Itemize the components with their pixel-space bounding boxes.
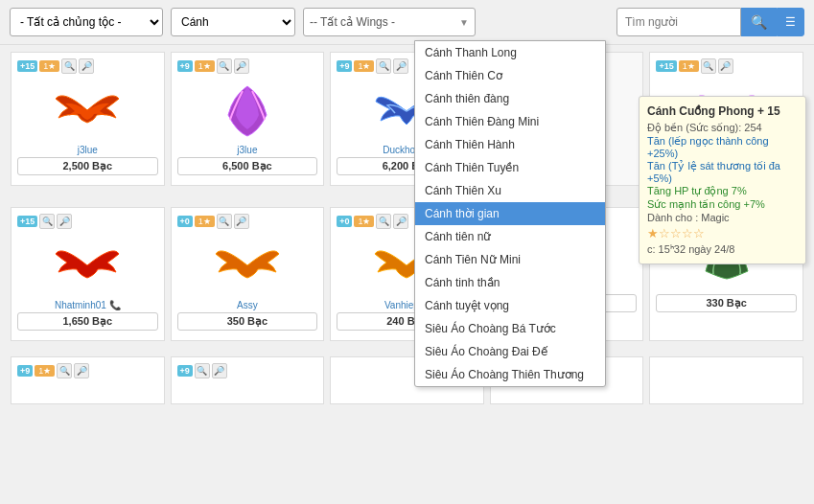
tooltip-stat-5: Dành cho : Magic [647, 212, 798, 223]
item-card-r2-0: +15 🔍 🔎 Nhatminh01 📞 1,650 Bạc [11, 207, 165, 341]
plus-badge-4: +15 [656, 60, 676, 72]
zoom-out-icon-1[interactable]: 🔎 [234, 58, 249, 74]
grid-icon: ☰ [785, 15, 796, 29]
item-image-r2-1 [214, 237, 281, 294]
filter-bar: - Tất cả chủng tộc - Cánh -- Tất cả Wing… [0, 0, 814, 45]
zoom-in-icon-r2-0[interactable]: 🔍 [39, 214, 55, 229]
item-card-r3-0: +9 1★ 🔍 🔎 [11, 356, 165, 404]
zoom-in-icon-2[interactable]: 🔍 [376, 58, 391, 74]
drop-item-1[interactable]: Cánh Thiên Cơ [415, 64, 605, 87]
zoom-in-icon-r3-0[interactable]: 🔍 [57, 363, 72, 378]
item-tooltip: Cánh Cuồng Phong + 15 Độ bền (Sức sống):… [639, 96, 806, 264]
drop-item-8[interactable]: Cánh tiên nữ [415, 225, 605, 248]
wings-dropdown-list: Cánh Thanh Long Cánh Thiên Cơ Cánh thiên… [414, 40, 606, 387]
plus-badge-1: +9 [177, 60, 193, 72]
zoom-out-icon-r3-1[interactable]: 🔎 [212, 363, 227, 378]
items-grid-row3: +9 1★ 🔍 🔎 +9 🔍 🔎 [0, 352, 814, 409]
tooltip-stat-1: Tăn (lếp ngọc thành công +25%) [647, 135, 798, 159]
item-card-r3-4 [649, 356, 803, 404]
card-controls-r2-1: +0 1★ 🔍 🔎 [177, 214, 318, 229]
item-price-1: 6,500 Bạc [177, 157, 318, 175]
drop-item-12[interactable]: Siêu Áo Choàng Bá Tước [415, 317, 605, 340]
star-badge-0: 1★ [39, 60, 59, 72]
tooltip-stat-2: Tăn (Tỷ lệ sát thương tối đa +5%) [647, 160, 798, 184]
item-price-r2-1: 350 Bạc [177, 312, 318, 331]
race-select[interactable]: - Tất cả chủng tộc - [10, 8, 163, 36]
zoom-out-icon-r3-0[interactable]: 🔎 [74, 363, 89, 378]
zoom-out-icon-0[interactable]: 🔎 [79, 58, 94, 74]
card-controls-r3-0: +9 1★ 🔍 🔎 [17, 363, 158, 378]
card-controls-r2-0: +15 🔍 🔎 [17, 214, 158, 229]
drop-item-10[interactable]: Cánh tinh thần [415, 271, 605, 294]
grid-view-button[interactable]: ☰ [777, 8, 804, 36]
drop-item-11[interactable]: Cánh tuyệt vọng [415, 294, 605, 317]
card-controls-1: +9 1★ 🔍 🔎 [177, 58, 318, 74]
drop-item-9[interactable]: Cánh Tiên Nữ Mini [415, 248, 605, 271]
search-icon: 🔍 [751, 14, 767, 30]
star-badge-r2-1: 1★ [195, 216, 215, 227]
plus-badge-r3-0: +9 [17, 365, 33, 377]
zoom-out-icon-r2-0[interactable]: 🔎 [57, 214, 72, 229]
plus-badge-r2-1: +0 [177, 216, 193, 227]
card-controls-0: +15 1★ 🔍 🔎 [17, 58, 158, 74]
zoom-out-icon-r2-1[interactable]: 🔎 [234, 214, 249, 229]
card-controls-r3-1: +9 🔍 🔎 [177, 363, 318, 378]
card-controls-4: +15 1★ 🔍 🔎 [656, 58, 797, 74]
seller-name-r2-1: Assy [237, 300, 258, 310]
star-badge-1: 1★ [195, 60, 215, 72]
item-card-r2-1: +0 1★ 🔍 🔎 Assy 350 Bạc [171, 207, 325, 341]
item-image-1 [214, 81, 281, 139]
drop-item-14[interactable]: Siêu Áo Choàng Thiên Thương [415, 363, 605, 386]
drop-item-2[interactable]: Cánh thiên đàng [415, 87, 605, 110]
tooltip-stars: ★☆☆☆☆ [647, 226, 798, 241]
drop-item-3[interactable]: Cánh Thiên Đàng Mini [415, 110, 605, 133]
drop-item-4[interactable]: Cánh Thiên Hành [415, 133, 605, 156]
star-badge-2: 1★ [354, 60, 374, 72]
type-select[interactable]: Cánh [171, 8, 295, 36]
item-card-1: +9 1★ 🔍 🔎 j3lue 6,500 Bạc [171, 52, 325, 186]
zoom-in-icon-1[interactable]: 🔍 [217, 58, 232, 74]
chevron-down-icon: ▼ [459, 17, 469, 28]
wings-dropdown-label: -- Tất cả Wings - [310, 15, 459, 29]
item-image-r2-0 [54, 237, 121, 294]
item-image-0 [54, 81, 121, 139]
seller-name-1: j3lue [237, 145, 257, 155]
zoom-in-icon-r2-2[interactable]: 🔍 [376, 214, 391, 229]
drop-item-7[interactable]: Cánh thời gian [415, 202, 605, 225]
seller-name-0: j3lue [78, 145, 98, 155]
plus-badge-r3-1: +9 [177, 365, 193, 377]
item-card-r3-1: +9 🔍 🔎 [171, 356, 325, 404]
zoom-in-icon-0[interactable]: 🔍 [61, 58, 77, 74]
zoom-out-icon-4[interactable]: 🔎 [718, 58, 733, 74]
tooltip-stat-0: Độ bền (Sức sống): 254 [647, 122, 798, 134]
item-price-r2-4: 330 Bạc [656, 294, 797, 312]
tooltip-stat-3: Tăng HP tự động 7% [647, 185, 798, 197]
drop-item-5[interactable]: Cánh Thiên Tuyền [415, 156, 605, 179]
search-input[interactable] [616, 8, 741, 36]
plus-badge-2: +9 [337, 60, 352, 72]
zoom-in-icon-r2-1[interactable]: 🔍 [217, 214, 232, 229]
zoom-out-icon-r2-2[interactable]: 🔎 [393, 214, 408, 229]
zoom-in-icon-4[interactable]: 🔍 [701, 58, 716, 74]
tooltip-stat-4: Sức mạnh tấn công +7% [647, 198, 798, 211]
tooltip-time: c: 15ʰ32 ngày 24/8 [647, 243, 798, 256]
item-card-0: +15 1★ 🔍 🔎 j3lue 2,500 Bạc [11, 52, 165, 186]
wings-dropdown[interactable]: -- Tất cả Wings - ▼ [303, 8, 476, 36]
plus-badge-r2-0: +15 [17, 216, 37, 227]
star-badge-r3-0: 1★ [35, 365, 55, 377]
drop-item-0[interactable]: Cánh Thanh Long [415, 41, 605, 64]
search-area: 🔍 ☰ [616, 8, 804, 36]
item-price-r2-0: 1,650 Bạc [17, 312, 158, 331]
plus-badge-0: +15 [17, 60, 37, 72]
star-badge-4: 1★ [679, 60, 699, 72]
zoom-out-icon-2[interactable]: 🔎 [393, 58, 408, 74]
zoom-in-icon-r3-1[interactable]: 🔍 [195, 363, 210, 378]
drop-item-6[interactable]: Cánh Thiên Xu [415, 179, 605, 202]
item-price-0: 2,500 Bạc [17, 157, 158, 175]
search-button[interactable]: 🔍 [741, 8, 777, 36]
seller-name-r2-0: Nhatminh01 📞 [55, 300, 121, 310]
plus-badge-r2-2: +0 [337, 216, 352, 227]
drop-item-13[interactable]: Siêu Áo Choàng Đai Đế [415, 340, 605, 363]
wings-dropdown-scroll[interactable]: Cánh Thanh Long Cánh Thiên Cơ Cánh thiên… [415, 41, 605, 386]
tooltip-title: Cánh Cuồng Phong + 15 [647, 104, 798, 118]
